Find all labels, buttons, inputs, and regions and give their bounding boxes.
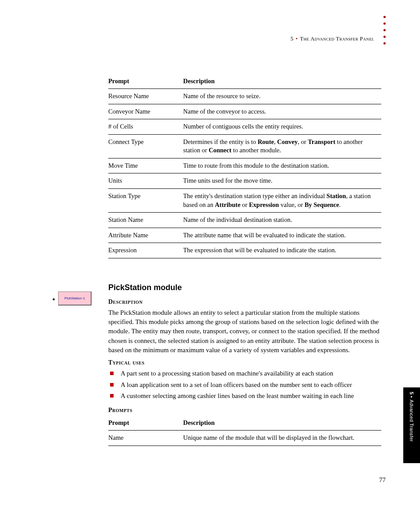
- table-row: UnitsTime units used for the move time.: [108, 173, 381, 189]
- table-row: Connect TypeDetermines if the entity is …: [108, 134, 381, 158]
- list-item: A loan application sent to a set of loan…: [119, 380, 381, 390]
- decorative-dots: [383, 16, 386, 44]
- header-separator: •: [295, 35, 298, 42]
- table-header-row: Prompt Description: [108, 416, 381, 431]
- cell-description: Time to route from this module to the de…: [183, 158, 381, 173]
- table2-body: NameUnique name of the module that will …: [108, 431, 381, 446]
- col-description: Description: [183, 416, 381, 431]
- cell-prompt: Attribute Name: [108, 228, 183, 243]
- module-block: PickStation 1: [58, 291, 92, 306]
- table-row: ExpressionThe expression that will be ev…: [108, 243, 381, 258]
- dot-icon: [383, 16, 386, 18]
- table-row: Attribute NameThe attribute name that wi…: [108, 228, 381, 243]
- cell-prompt: Units: [108, 173, 183, 189]
- table-row: NameUnique name of the module that will …: [108, 431, 381, 446]
- cell-prompt: # of Cells: [108, 119, 183, 135]
- page: 5 • The Advanced Transfer Panel Prompt D…: [0, 0, 420, 512]
- dot-icon: [383, 22, 386, 25]
- cell-prompt: Resource Name: [108, 89, 183, 104]
- chapter-number: 5: [291, 35, 294, 42]
- list-item: A customer selecting among cashier lines…: [119, 391, 381, 401]
- cell-description: The expression that will be evaluated to…: [183, 243, 381, 258]
- list-item: A part sent to a processing station base…: [119, 369, 381, 378]
- cell-prompt: Station Type: [108, 188, 183, 212]
- cell-prompt: Connect Type: [108, 134, 183, 158]
- table-header-row: Prompt Description: [108, 75, 381, 89]
- thumb-tab-text: 5 • Advanced Transfer: [403, 387, 420, 463]
- chapter-title: The Advanced Transfer Panel: [300, 35, 374, 42]
- table-row: Resource NameName of the resource to sei…: [108, 89, 381, 104]
- table-row: Move TimeTime to route from this module …: [108, 158, 381, 173]
- table1-body: Resource NameName of the resource to sei…: [108, 89, 381, 258]
- cell-description: Number of contiguous cells the entity re…: [183, 119, 381, 135]
- table-row: Station TypeThe entity's destination sta…: [108, 188, 381, 212]
- col-description: Description: [183, 75, 381, 89]
- running-header: 5 • The Advanced Transfer Panel: [291, 35, 374, 42]
- module-description: The PickStation module allows an entity …: [108, 308, 381, 355]
- prompts-heading: Prompts: [108, 407, 381, 414]
- table-row: Station NameName of the individual desti…: [108, 213, 381, 228]
- module-title: PickStation module: [108, 283, 381, 292]
- cell-description: Unique name of the module that will be d…: [183, 431, 381, 446]
- cell-description: The entity's destination station type ei…: [183, 188, 381, 212]
- cell-prompt: Expression: [108, 243, 183, 258]
- cell-description: The attribute name that will be evaluate…: [183, 228, 381, 243]
- cell-prompt: Move Time: [108, 158, 183, 173]
- entry-point-icon: [53, 298, 55, 300]
- typical-uses-list: A part sent to a processing station base…: [108, 369, 381, 401]
- dot-icon: [383, 29, 386, 31]
- col-prompt: Prompt: [108, 75, 183, 89]
- thumb-tab-num: 5 •: [409, 392, 414, 398]
- dot-icon: [383, 42, 386, 44]
- cell-prompt: Conveyor Name: [108, 104, 183, 119]
- table-row: # of CellsNumber of contiguous cells the…: [108, 119, 381, 135]
- pickstation-module-icon: PickStation 1: [54, 291, 94, 307]
- main-content: Prompt Description Resource NameName of …: [108, 75, 381, 446]
- dot-icon: [383, 36, 386, 38]
- cell-description: Name of the individual destination stati…: [183, 213, 381, 228]
- cell-description: Determines if the entity is to Route, Co…: [183, 134, 381, 158]
- thumb-tab-label: Advanced Transfer: [409, 400, 414, 442]
- cell-prompt: Station Name: [108, 213, 183, 228]
- prompts-table-1: Prompt Description Resource NameName of …: [108, 75, 381, 258]
- chapter-thumb-tab: 5 • Advanced Transfer: [403, 387, 420, 463]
- cell-description: Name of the conveyor to access.: [183, 104, 381, 119]
- cell-prompt: Name: [108, 431, 183, 446]
- cell-description: Name of the resource to seize.: [183, 89, 381, 104]
- module-icon-label: PickStation 1: [64, 296, 85, 300]
- prompts-table-2: Prompt Description NameUnique name of th…: [108, 416, 381, 446]
- table-row: Conveyor NameName of the conveyor to acc…: [108, 104, 381, 119]
- description-heading: Description: [108, 298, 381, 306]
- cell-description: Time units used for the move time.: [183, 173, 381, 189]
- page-number: 77: [379, 476, 386, 484]
- uses-heading: Typical uses: [108, 359, 381, 366]
- col-prompt: Prompt: [108, 416, 183, 431]
